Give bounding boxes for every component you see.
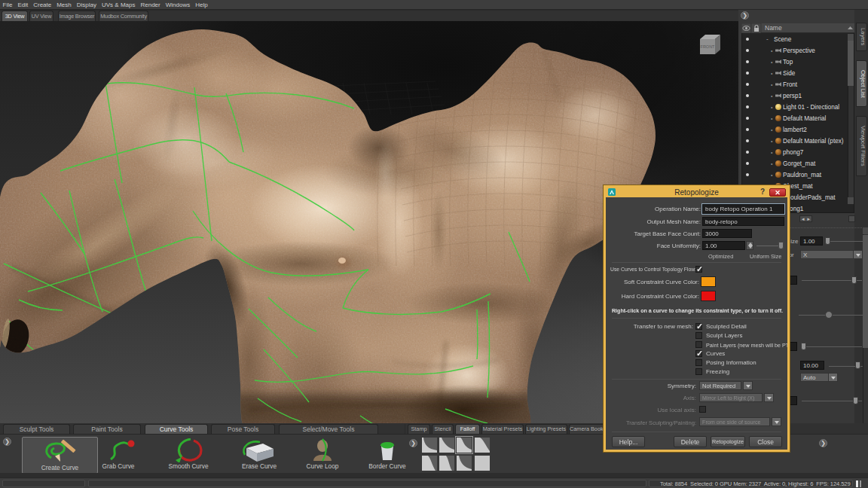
svg-text:FRONT: FRONT xyxy=(701,44,716,49)
